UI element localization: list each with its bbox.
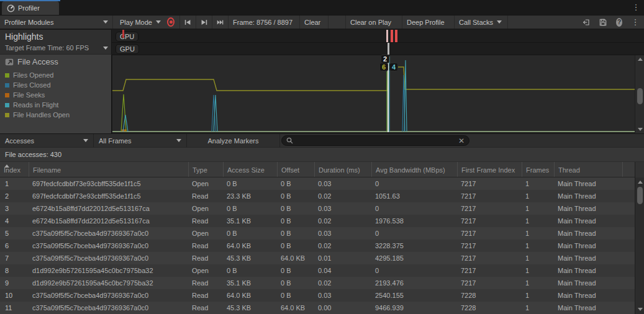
prev-frame-icon bbox=[184, 19, 191, 26]
scroll-down-icon[interactable] bbox=[638, 308, 643, 311]
current-frame-button[interactable] bbox=[212, 16, 229, 29]
table-cell: 7217 bbox=[457, 242, 522, 249]
column-header-offset[interactable]: Offset bbox=[277, 162, 314, 177]
next-frame-button[interactable] bbox=[196, 16, 212, 29]
table-cell: Main Thread bbox=[554, 267, 622, 274]
scrollbar-thumb[interactable] bbox=[637, 88, 643, 104]
table-cell: 2193.476 bbox=[371, 279, 457, 287]
window-menu-icon[interactable]: ⋮ bbox=[630, 2, 642, 13]
table-row[interactable]: 4e6724b15a8ffd7dd22012d5e513167caRead35.… bbox=[0, 215, 635, 227]
legend-item-reads-in-flight[interactable]: Reads in Flight bbox=[5, 100, 70, 110]
record-button[interactable] bbox=[163, 16, 179, 29]
table-cell: 7217 bbox=[457, 192, 522, 200]
table-scrollbar[interactable] bbox=[635, 177, 644, 314]
table-cell: 1 bbox=[522, 192, 554, 200]
column-header-frames[interactable]: Frames bbox=[522, 162, 554, 177]
table-cell: 0 B bbox=[277, 279, 314, 287]
profiler-modules-dropdown[interactable]: Profiler Modules bbox=[0, 16, 113, 29]
column-header-thread[interactable]: Thread bbox=[554, 162, 622, 177]
legend-label: Reads in Flight bbox=[13, 101, 58, 109]
table-cell: Open bbox=[188, 180, 223, 187]
load-profile-button[interactable] bbox=[578, 16, 594, 29]
legend-label: Files Opened bbox=[13, 71, 53, 79]
table-cell: Open bbox=[188, 205, 223, 212]
legend-item-file-handles-open[interactable]: File Handles Open bbox=[5, 110, 70, 120]
column-header-index[interactable]: Index bbox=[0, 162, 29, 177]
table-cell: 1 bbox=[522, 230, 554, 237]
table-row[interactable]: 7c375a09f5f5c7bceba4d97369367a0c0Read45.… bbox=[0, 252, 635, 264]
scroll-up-icon[interactable] bbox=[638, 181, 643, 184]
table-cell: 1 bbox=[522, 217, 554, 225]
clear-search-icon[interactable]: ✕ bbox=[458, 137, 465, 145]
prev-frame-button[interactable] bbox=[179, 16, 196, 29]
legend-item-files-opened[interactable]: Files Opened bbox=[5, 70, 70, 80]
next-frame-icon bbox=[201, 19, 207, 26]
search-field[interactable]: ✕ bbox=[281, 135, 469, 146]
last-frame-icon bbox=[217, 19, 224, 26]
column-header-type[interactable]: Type bbox=[188, 162, 223, 177]
table-cell: 1 bbox=[522, 304, 554, 312]
table-cell: 0 B bbox=[277, 205, 314, 212]
table-row[interactable]: 8d1d992e9b57261595a45c0bc7975ba32Open0 B… bbox=[0, 264, 635, 277]
column-header-avg-bandwidth-mbps-[interactable]: Avg Bandwidth (MBps) bbox=[371, 162, 457, 177]
table-row[interactable]: 2697fedcfcdbbf73e93cbff535de1f1c5Read23.… bbox=[0, 190, 635, 202]
legend-item-file-seeks[interactable]: File Seeks bbox=[5, 90, 70, 100]
column-header-duration-ms-[interactable]: Duration (ms) bbox=[314, 162, 371, 177]
table-cell: 0.01 bbox=[314, 254, 371, 262]
table-cell: 0 B bbox=[277, 180, 314, 187]
table-cell: 1 bbox=[522, 254, 554, 262]
legend-item-files-closed[interactable]: Files Closed bbox=[5, 80, 70, 90]
table-row[interactable]: 9d1d992e9b57261595a45c0bc7975ba32Read35.… bbox=[0, 277, 635, 289]
table-cell: 64.0 KB bbox=[277, 254, 314, 262]
column-label: Duration (ms) bbox=[319, 166, 360, 174]
table-cell: 1 bbox=[522, 267, 554, 274]
table-cell: c375a09f5f5c7bceba4d97369367a0c0 bbox=[29, 292, 188, 299]
table-cell: Main Thread bbox=[554, 180, 622, 187]
table-row[interactable]: 1697fedcfcdbbf73e93cbff535de1f1c5Open0 B… bbox=[0, 177, 635, 190]
save-profile-button[interactable] bbox=[595, 16, 611, 29]
table-cell: 7 bbox=[0, 254, 29, 262]
table-cell: 0.03 bbox=[314, 180, 371, 187]
kebab-menu-icon: ⋮ bbox=[632, 17, 640, 27]
search-input[interactable] bbox=[296, 137, 455, 145]
load-icon bbox=[583, 18, 590, 27]
column-header-first-frame-index[interactable]: First Frame Index bbox=[457, 162, 522, 177]
chart-scrollbar[interactable] bbox=[635, 55, 644, 133]
tab-profiler[interactable]: Profiler bbox=[2, 1, 59, 15]
table-row[interactable]: 5c375a09f5f5c7bceba4d97369367a0c0Open0 B… bbox=[0, 227, 635, 240]
table-cell: 1 bbox=[522, 292, 554, 299]
table-cell: 0 B bbox=[223, 180, 277, 187]
table-row[interactable]: 10c375a09f5f5c7bceba4d97369367a0c0Read64… bbox=[0, 289, 635, 302]
table-cell: 9466.939 bbox=[371, 304, 457, 312]
scrollbar-thumb[interactable] bbox=[637, 187, 643, 204]
cpu-frame-tick bbox=[122, 30, 124, 38]
table-cell: c375a09f5f5c7bceba4d97369367a0c0 bbox=[29, 254, 188, 262]
column-header-access-size[interactable]: Access Size bbox=[223, 162, 277, 177]
clear-button[interactable]: Clear bbox=[299, 16, 329, 29]
file-access-chart-svg[interactable] bbox=[112, 55, 635, 133]
column-label: Offset bbox=[281, 166, 299, 174]
table-cell: 4295.185 bbox=[371, 254, 457, 262]
column-label: Filename bbox=[33, 166, 61, 174]
deep-profile-button[interactable]: Deep Profile bbox=[402, 16, 455, 29]
analyze-markers-button[interactable]: Analyze Markers bbox=[187, 134, 280, 147]
table-row[interactable]: 6c375a09f5f5c7bceba4d97369367a0c0Read64.… bbox=[0, 240, 635, 252]
table-cell: 0.04 bbox=[314, 267, 371, 274]
scroll-up-icon[interactable] bbox=[638, 58, 643, 61]
play-mode-dropdown[interactable]: Play Mode bbox=[116, 16, 165, 29]
column-header-filename[interactable]: Filename bbox=[29, 162, 188, 177]
help-button[interactable]: ? bbox=[612, 16, 627, 29]
table-cell: 0 B bbox=[277, 217, 314, 225]
table-cell: 64.0 KB bbox=[277, 304, 314, 312]
file-access-module-header[interactable]: File Access bbox=[5, 57, 58, 66]
legend-swatch bbox=[5, 113, 9, 117]
clear-on-play-button[interactable]: Clear on Play bbox=[345, 16, 402, 29]
accesses-dropdown[interactable]: Accesses bbox=[0, 134, 94, 147]
scroll-down-icon[interactable] bbox=[638, 128, 643, 131]
call-stacks-dropdown[interactable]: Call Stacks bbox=[455, 16, 508, 29]
target-frame-time-dropdown[interactable]: Target Frame Time: 60 FPS bbox=[5, 44, 108, 52]
toolbar-menu-button[interactable]: ⋮ bbox=[628, 16, 642, 29]
table-row[interactable]: 11c375a09f5f5c7bceba4d97369367a0c0Read45… bbox=[0, 302, 635, 314]
frames-filter-dropdown[interactable]: All Frames bbox=[94, 134, 187, 147]
table-row[interactable]: 3e6724b15a8ffd7dd22012d5e513167caOpen0 B… bbox=[0, 202, 635, 215]
